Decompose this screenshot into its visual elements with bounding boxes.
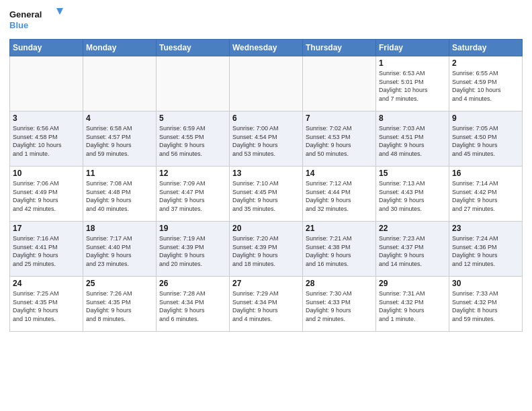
weekday-header: Monday <box>83 40 157 56</box>
day-number: 21 <box>306 224 373 233</box>
day-number: 25 <box>86 279 153 288</box>
calendar-cell: 24Sunrise: 7:25 AM Sunset: 4:35 PM Dayli… <box>10 277 83 332</box>
day-info: Sunrise: 7:16 AM Sunset: 4:41 PM Dayligh… <box>13 234 80 268</box>
header: General Blue <box>9 7 523 34</box>
day-info: Sunrise: 7:31 AM Sunset: 4:32 PM Dayligh… <box>379 289 446 323</box>
day-info: Sunrise: 7:19 AM Sunset: 4:39 PM Dayligh… <box>159 234 226 268</box>
day-info: Sunrise: 6:59 AM Sunset: 4:55 PM Dayligh… <box>159 124 226 158</box>
day-info: Sunrise: 7:12 AM Sunset: 4:44 PM Dayligh… <box>306 179 373 213</box>
calendar-cell: 23Sunrise: 7:24 AM Sunset: 4:36 PM Dayli… <box>449 222 523 277</box>
day-number: 17 <box>13 224 80 233</box>
weekday-header: Saturday <box>449 40 523 56</box>
logo-svg: General Blue <box>9 7 63 34</box>
calendar-cell: 5Sunrise: 6:59 AM Sunset: 4:55 PM Daylig… <box>157 111 230 167</box>
calendar-cell: 30Sunrise: 7:33 AM Sunset: 4:32 PM Dayli… <box>449 277 523 332</box>
day-number: 10 <box>13 169 80 178</box>
day-number: 5 <box>159 113 226 123</box>
calendar-week-row: 10Sunrise: 7:06 AM Sunset: 4:49 PM Dayli… <box>10 167 523 222</box>
day-info: Sunrise: 7:21 AM Sunset: 4:38 PM Dayligh… <box>306 234 373 268</box>
day-number: 8 <box>379 113 446 123</box>
day-number: 16 <box>452 169 519 178</box>
calendar-cell: 7Sunrise: 7:02 AM Sunset: 4:53 PM Daylig… <box>303 111 376 167</box>
weekday-header: Tuesday <box>157 40 230 56</box>
calendar-cell: 9Sunrise: 7:05 AM Sunset: 4:50 PM Daylig… <box>449 111 523 167</box>
calendar-cell: 18Sunrise: 7:17 AM Sunset: 4:40 PM Dayli… <box>83 222 157 277</box>
calendar-week-row: 24Sunrise: 7:25 AM Sunset: 4:35 PM Dayli… <box>10 277 523 332</box>
calendar-week-row: 3Sunrise: 6:56 AM Sunset: 4:58 PM Daylig… <box>10 111 523 167</box>
day-info: Sunrise: 7:33 AM Sunset: 4:32 PM Dayligh… <box>452 289 519 323</box>
day-info: Sunrise: 6:55 AM Sunset: 4:59 PM Dayligh… <box>452 69 519 103</box>
calendar-table: SundayMondayTuesdayWednesdayThursdayFrid… <box>9 39 523 332</box>
calendar-cell <box>230 56 303 111</box>
day-number: 15 <box>379 169 446 178</box>
day-info: Sunrise: 6:53 AM Sunset: 5:01 PM Dayligh… <box>379 69 446 103</box>
day-info: Sunrise: 7:30 AM Sunset: 4:33 PM Dayligh… <box>306 289 373 323</box>
day-info: Sunrise: 7:08 AM Sunset: 4:48 PM Dayligh… <box>86 179 153 213</box>
calendar-cell: 25Sunrise: 7:26 AM Sunset: 4:35 PM Dayli… <box>83 277 157 332</box>
day-number: 28 <box>306 279 373 288</box>
calendar-cell: 28Sunrise: 7:30 AM Sunset: 4:33 PM Dayli… <box>303 277 376 332</box>
calendar-cell: 13Sunrise: 7:10 AM Sunset: 4:45 PM Dayli… <box>230 167 303 222</box>
weekday-header: Thursday <box>303 40 376 56</box>
day-info: Sunrise: 7:14 AM Sunset: 4:42 PM Dayligh… <box>452 179 519 213</box>
weekday-header: Sunday <box>10 40 83 56</box>
calendar-cell: 6Sunrise: 7:00 AM Sunset: 4:54 PM Daylig… <box>230 111 303 167</box>
page: General Blue SundayMondayTuesdayWednesda… <box>0 0 532 411</box>
calendar-cell: 21Sunrise: 7:21 AM Sunset: 4:38 PM Dayli… <box>303 222 376 277</box>
calendar-cell: 2Sunrise: 6:55 AM Sunset: 4:59 PM Daylig… <box>449 56 523 111</box>
day-info: Sunrise: 6:56 AM Sunset: 4:58 PM Dayligh… <box>13 124 80 158</box>
calendar-cell <box>10 56 83 111</box>
day-number: 18 <box>86 224 153 233</box>
calendar-cell: 16Sunrise: 7:14 AM Sunset: 4:42 PM Dayli… <box>449 167 523 222</box>
day-number: 20 <box>232 224 300 233</box>
day-info: Sunrise: 7:00 AM Sunset: 4:54 PM Dayligh… <box>232 124 300 158</box>
day-info: Sunrise: 7:26 AM Sunset: 4:35 PM Dayligh… <box>86 289 153 323</box>
day-info: Sunrise: 7:29 AM Sunset: 4:34 PM Dayligh… <box>232 289 300 323</box>
day-number: 26 <box>159 279 226 288</box>
calendar-cell: 8Sunrise: 7:03 AM Sunset: 4:51 PM Daylig… <box>376 111 449 167</box>
calendar-cell: 4Sunrise: 6:58 AM Sunset: 4:57 PM Daylig… <box>83 111 157 167</box>
calendar-cell: 10Sunrise: 7:06 AM Sunset: 4:49 PM Dayli… <box>10 167 83 222</box>
calendar-cell: 17Sunrise: 7:16 AM Sunset: 4:41 PM Dayli… <box>10 222 83 277</box>
day-info: Sunrise: 7:09 AM Sunset: 4:47 PM Dayligh… <box>159 179 226 213</box>
day-number: 24 <box>13 279 80 288</box>
day-number: 9 <box>452 113 519 123</box>
calendar-week-row: 1Sunrise: 6:53 AM Sunset: 5:01 PM Daylig… <box>10 56 523 111</box>
weekday-header: Wednesday <box>230 40 303 56</box>
day-info: Sunrise: 7:25 AM Sunset: 4:35 PM Dayligh… <box>13 289 80 323</box>
calendar-cell: 19Sunrise: 7:19 AM Sunset: 4:39 PM Dayli… <box>157 222 230 277</box>
day-info: Sunrise: 7:17 AM Sunset: 4:40 PM Dayligh… <box>86 234 153 268</box>
calendar-cell: 14Sunrise: 7:12 AM Sunset: 4:44 PM Dayli… <box>303 167 376 222</box>
day-number: 2 <box>452 58 519 68</box>
day-number: 1 <box>379 58 446 68</box>
day-number: 11 <box>86 169 153 178</box>
day-number: 13 <box>232 169 300 178</box>
day-info: Sunrise: 7:02 AM Sunset: 4:53 PM Dayligh… <box>306 124 373 158</box>
day-number: 29 <box>379 279 446 288</box>
day-info: Sunrise: 7:23 AM Sunset: 4:37 PM Dayligh… <box>379 234 446 268</box>
day-number: 30 <box>452 279 519 288</box>
day-info: Sunrise: 6:58 AM Sunset: 4:57 PM Dayligh… <box>86 124 153 158</box>
calendar-cell: 11Sunrise: 7:08 AM Sunset: 4:48 PM Dayli… <box>83 167 157 222</box>
day-info: Sunrise: 7:05 AM Sunset: 4:50 PM Dayligh… <box>452 124 519 158</box>
weekday-header: Friday <box>376 40 449 56</box>
day-number: 7 <box>306 113 373 123</box>
day-info: Sunrise: 7:20 AM Sunset: 4:39 PM Dayligh… <box>232 234 300 268</box>
day-info: Sunrise: 7:10 AM Sunset: 4:45 PM Dayligh… <box>232 179 300 213</box>
day-number: 14 <box>306 169 373 178</box>
calendar-cell: 15Sunrise: 7:13 AM Sunset: 4:43 PM Dayli… <box>376 167 449 222</box>
day-info: Sunrise: 7:24 AM Sunset: 4:36 PM Dayligh… <box>452 234 519 268</box>
calendar-cell: 12Sunrise: 7:09 AM Sunset: 4:47 PM Dayli… <box>157 167 230 222</box>
calendar-cell: 27Sunrise: 7:29 AM Sunset: 4:34 PM Dayli… <box>230 277 303 332</box>
svg-marker-2 <box>56 8 63 15</box>
logo: General Blue <box>9 7 63 34</box>
calendar-cell: 26Sunrise: 7:28 AM Sunset: 4:34 PM Dayli… <box>157 277 230 332</box>
calendar-cell: 20Sunrise: 7:20 AM Sunset: 4:39 PM Dayli… <box>230 222 303 277</box>
day-number: 3 <box>13 113 80 123</box>
svg-text:Blue: Blue <box>9 20 28 30</box>
day-info: Sunrise: 7:03 AM Sunset: 4:51 PM Dayligh… <box>379 124 446 158</box>
day-info: Sunrise: 7:28 AM Sunset: 4:34 PM Dayligh… <box>159 289 226 323</box>
calendar-cell <box>157 56 230 111</box>
calendar-cell: 22Sunrise: 7:23 AM Sunset: 4:37 PM Dayli… <box>376 222 449 277</box>
day-number: 4 <box>86 113 153 123</box>
